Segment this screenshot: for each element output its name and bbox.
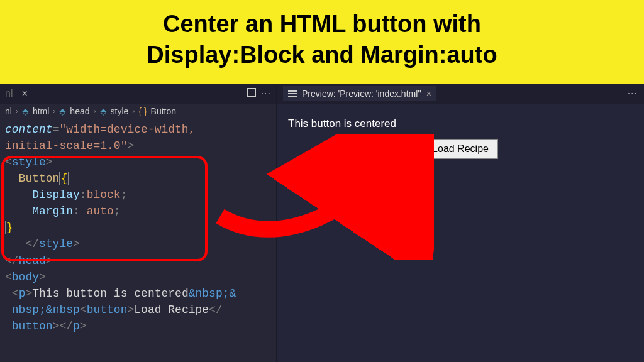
code-tag: head — [19, 255, 46, 267]
chevron-right-icon: › — [132, 107, 135, 116]
cube-icon: ⬘ — [22, 106, 29, 116]
preview-icon — [288, 89, 297, 98]
tab-close-button[interactable]: × — [18, 88, 31, 99]
code-area[interactable]: content="width=device-width, initial-sca… — [0, 119, 276, 339]
preview-tab-label: Preview: 'Preview: 'index.html'' — [302, 89, 421, 99]
tab-placeholder: nl — [5, 88, 13, 99]
banner-line2: Display:Block and Margin:auto — [6, 40, 638, 70]
breadcrumb-seg[interactable]: style — [111, 106, 129, 116]
preview-paragraph: This button is centered — [288, 118, 633, 130]
code-prop: Margin — [32, 205, 73, 217]
code-tag: body — [12, 271, 39, 283]
code-tag: button — [12, 320, 53, 332]
code-selector: Button — [19, 172, 60, 185]
preview-tabbar: Preview: 'Preview: 'index.html'' × ··· — [277, 84, 644, 104]
code-attr: content — [5, 123, 53, 136]
breadcrumb-seg[interactable]: html — [33, 106, 49, 116]
preview-tab-close[interactable]: × — [426, 89, 431, 99]
breadcrumb[interactable]: nl › ⬘ html › ⬘ head › ⬘ style › { } But… — [0, 104, 276, 119]
chevron-right-icon: › — [53, 107, 55, 116]
code-brace: { — [59, 172, 69, 185]
preview-pane: Preview: 'Preview: 'index.html'' × ··· T… — [277, 84, 644, 362]
chevron-right-icon: › — [16, 107, 18, 116]
chevron-right-icon: › — [94, 107, 96, 116]
breadcrumb-seg[interactable]: head — [70, 106, 89, 116]
code-tag: style — [39, 238, 73, 250]
code-text: This button is centered — [32, 287, 188, 300]
code-val: auto — [80, 205, 114, 217]
code-entity: &nbsp; — [189, 287, 230, 300]
code-text: Load Recipe — [134, 304, 209, 316]
cube-icon: ⬘ — [100, 106, 107, 116]
editor-tabbar: nl × ··· — [0, 84, 276, 104]
editor-more-icon[interactable]: ··· — [261, 88, 271, 99]
code-brace: } — [5, 221, 14, 234]
code-entity: & — [230, 287, 236, 300]
preview-tab[interactable]: Preview: 'Preview: 'index.html'' × — [283, 86, 436, 101]
preview-more-icon[interactable]: ··· — [628, 88, 638, 99]
split-editor-icon[interactable] — [247, 88, 256, 97]
breadcrumb-seg[interactable]: nl — [5, 106, 12, 116]
code-punct: > — [127, 140, 134, 152]
code-entity: nbsp; — [12, 304, 46, 316]
code-string: "width=device-width, — [59, 123, 195, 136]
cube-icon: ⬘ — [59, 106, 66, 116]
code-string: initial-scale=1.0" — [5, 140, 127, 152]
code-entity: &nbsp — [46, 304, 80, 316]
code-tag: button — [87, 304, 128, 316]
title-banner: Center an HTML button with Display:Block… — [0, 0, 644, 84]
code-val: block — [87, 189, 121, 201]
brace-icon: { } — [138, 106, 147, 116]
code-editor-pane: nl × ··· nl › ⬘ html › ⬘ head › ⬘ style … — [0, 84, 277, 362]
load-recipe-button[interactable]: Load Recipe — [423, 139, 498, 159]
code-prop: Display — [32, 189, 80, 201]
preview-body: This button is centered Load Recipe — [277, 104, 644, 173]
breadcrumb-seg[interactable]: Button — [151, 106, 176, 116]
code-tag: p — [73, 320, 80, 332]
code-tag: style — [12, 156, 46, 168]
banner-line1: Center an HTML button with — [6, 9, 638, 40]
code-tag: p — [19, 287, 26, 300]
main-split: nl × ··· nl › ⬘ html › ⬘ head › ⬘ style … — [0, 84, 644, 362]
